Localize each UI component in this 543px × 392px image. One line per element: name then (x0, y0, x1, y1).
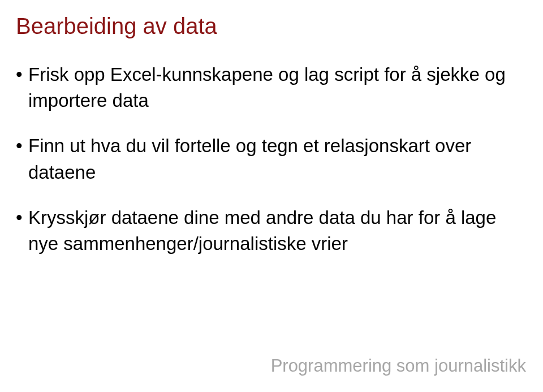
bullet-list: Frisk opp Excel-kunnskapene og lag scrip… (16, 62, 527, 257)
page-title: Bearbeiding av data (16, 14, 527, 39)
list-item: Krysskjør dataene dine med andre data du… (16, 205, 527, 257)
list-item: Frisk opp Excel-kunnskapene og lag scrip… (16, 62, 527, 114)
footer-text: Programmering som journalistikk (271, 356, 526, 376)
list-item: Finn ut hva du vil fortelle og tegn et r… (16, 133, 527, 185)
